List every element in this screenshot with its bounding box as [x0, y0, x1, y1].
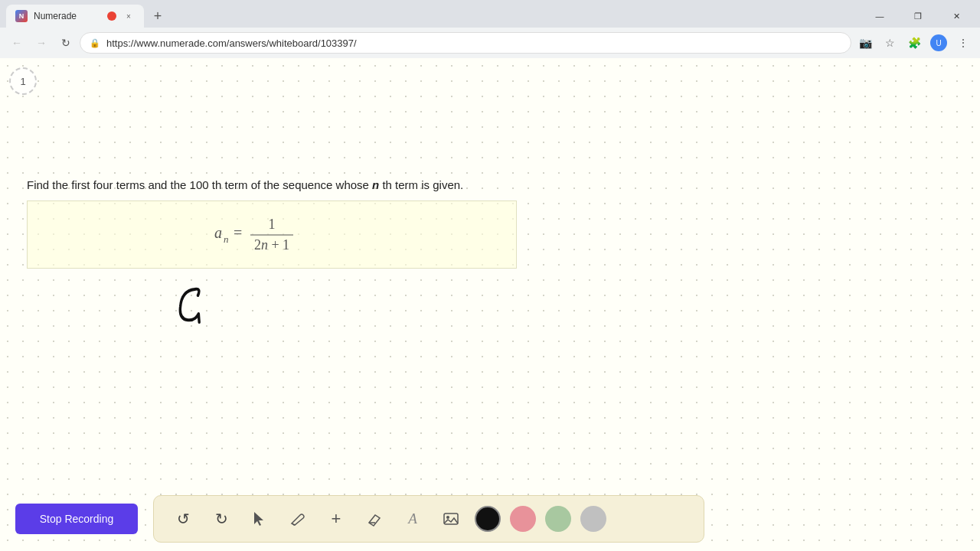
add-icon: + — [332, 509, 341, 529]
whiteboard-canvas[interactable]: 1 Find the first four terms and the 100 … — [0, 58, 980, 551]
tab-close-button[interactable]: × — [122, 10, 135, 22]
redo-icon: ↻ — [215, 510, 228, 528]
question-box: Find the first four terms and the 100 th… — [27, 177, 524, 272]
lock-icon: 🔒 — [90, 38, 100, 48]
eraser-tool[interactable] — [358, 502, 391, 536]
drawing-toolbar: ↺ ↻ + — [153, 495, 704, 543]
undo-button[interactable]: ↺ — [166, 502, 200, 536]
url-input[interactable] — [106, 37, 841, 49]
cursor-tool[interactable] — [243, 502, 276, 536]
extensions-icon[interactable]: 🧩 — [903, 32, 925, 54]
question-text: Find the first four terms and the 100 th… — [27, 177, 524, 194]
stop-recording-button[interactable]: Stop Recording — [15, 504, 138, 534]
tab-bar: N Numerade × + — ❐ ✕ — [0, 0, 980, 28]
address-bar[interactable]: 🔒 — [80, 32, 851, 54]
pen-tool[interactable] — [281, 502, 315, 536]
handwritten-character — [168, 280, 214, 341]
add-button[interactable]: + — [319, 502, 353, 536]
cursor-icon — [251, 510, 268, 527]
color-gray[interactable] — [580, 506, 606, 532]
toolbar-right: 📷 ☆ 🧩 U ⋮ — [854, 32, 974, 54]
text-tool[interactable]: A — [396, 502, 430, 536]
text-icon: A — [408, 510, 417, 527]
maximize-button[interactable]: ❐ — [900, 5, 936, 28]
step-number: 1 — [20, 76, 25, 87]
formula-svg: a n = 1 2n + 1 — [211, 214, 333, 256]
tab-title: Numerade — [34, 11, 101, 21]
redo-button[interactable]: ↻ — [204, 502, 238, 536]
window-controls: — ❐ ✕ — [862, 5, 974, 28]
camera-icon[interactable]: 📷 — [854, 32, 876, 54]
bottom-area: Stop Recording ↺ ↻ — [0, 486, 980, 551]
svg-point-9 — [446, 516, 449, 519]
color-pink[interactable] — [510, 506, 536, 532]
image-icon — [443, 510, 459, 527]
recording-indicator — [107, 11, 116, 21]
active-tab[interactable]: N Numerade × — [6, 5, 144, 28]
navigation-bar: ← → ↻ 🔒 📷 ☆ 🧩 U ⋮ — [0, 28, 980, 58]
profile-icon[interactable]: U — [928, 32, 949, 54]
back-button: ← — [6, 32, 28, 54]
svg-marker-6 — [254, 512, 263, 526]
new-tab-button[interactable]: + — [147, 5, 168, 27]
minimize-button[interactable]: — — [862, 5, 897, 28]
svg-text:=: = — [234, 224, 242, 241]
pen-icon — [289, 510, 306, 527]
forward-button: → — [31, 32, 52, 54]
reload-icon: ↻ — [61, 37, 70, 49]
undo-icon: ↺ — [177, 510, 190, 528]
handwritten-a-svg — [168, 280, 214, 334]
image-tool[interactable] — [434, 502, 468, 536]
svg-text:2n + 1: 2n + 1 — [254, 237, 289, 253]
eraser-icon — [366, 510, 383, 527]
step-badge: 1 — [9, 67, 37, 95]
svg-text:n: n — [224, 233, 229, 245]
back-icon: ← — [11, 37, 22, 49]
color-black[interactable] — [475, 506, 501, 532]
svg-text:a: a — [214, 224, 222, 241]
tab-favicon: N — [15, 10, 28, 22]
menu-button[interactable]: ⋮ — [952, 32, 974, 54]
forward-icon: → — [36, 37, 47, 49]
bookmark-icon[interactable]: ☆ — [879, 32, 900, 54]
reload-button[interactable]: ↻ — [55, 32, 77, 54]
svg-text:1: 1 — [269, 217, 276, 232]
formula-box: a n = 1 2n + 1 — [27, 201, 517, 269]
close-button[interactable]: ✕ — [939, 5, 974, 28]
color-green[interactable] — [545, 506, 571, 532]
